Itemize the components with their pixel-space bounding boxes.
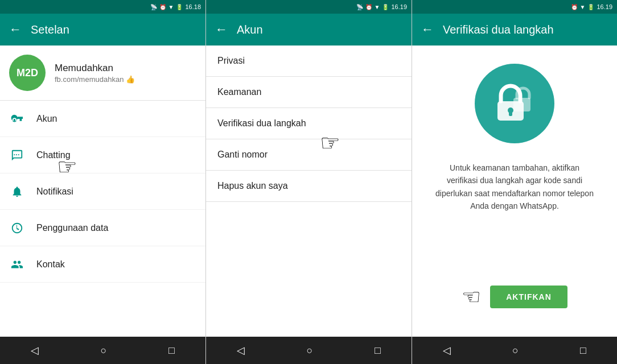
settings-label-privasi: Privasi	[217, 56, 245, 65]
toolbar-2: ← Akun	[206, 14, 412, 46]
toolbar-title-3: Verifikasi dua langkah	[443, 23, 608, 36]
alarm-icon-1: ⏰	[159, 4, 166, 10]
svg-rect-2	[509, 111, 512, 116]
menu-label-chatting: Chatting	[36, 150, 71, 160]
alarm-icon-2: ⏰	[365, 4, 372, 10]
chat-icon	[9, 149, 25, 162]
menu-label-notifikasi: Notifikasi	[36, 187, 73, 197]
wifi-icon-2: ▼	[375, 4, 380, 10]
settings-label-verifikasi: Verifikasi dua langkah	[217, 118, 306, 128]
navbar-3: ◁ ○ □	[412, 337, 617, 364]
status-icons-3: ⏰ ▼ 🔋 16.19	[571, 3, 612, 10]
menu-item-kontak[interactable]: Kontak	[0, 246, 205, 283]
wifi-icon-3: ▼	[580, 4, 586, 10]
menu-item-penggunaan-data[interactable]: Penggunaan data	[0, 210, 205, 246]
cast-icon-1: 📡	[150, 4, 157, 10]
cast-icon-2: 📡	[356, 4, 363, 10]
nav-home-2[interactable]: ○	[295, 340, 324, 361]
nav-home-1[interactable]: ○	[89, 340, 118, 361]
alarm-icon-3: ⏰	[571, 4, 578, 10]
menu-item-chatting[interactable]: Chatting	[0, 137, 205, 173]
avatar-text: M2D	[17, 67, 38, 79]
navbar-1: ◁ ○ □	[0, 337, 205, 364]
navbar-2: ◁ ○ □	[206, 337, 412, 364]
settings-item-keamanan[interactable]: Keamanan	[206, 77, 412, 108]
nav-recent-1[interactable]: □	[157, 340, 186, 361]
key-icon	[9, 113, 25, 125]
settings-list: Privasi Keamanan Verifikasi dua langkah …	[206, 46, 412, 337]
nav-back-1[interactable]: ◁	[19, 340, 50, 361]
settings-item-ganti-nomor[interactable]: Ganti nomor	[206, 139, 412, 171]
lock-icon	[492, 81, 537, 126]
battery-icon-3: 🔋	[587, 4, 594, 10]
time-3: 16.19	[597, 3, 612, 10]
contacts-icon	[9, 258, 25, 271]
cursor-hand-3: ☞	[462, 284, 481, 309]
menu-label-penggunaan-data: Penggunaan data	[36, 223, 108, 233]
back-button-3[interactable]: ←	[421, 22, 434, 37]
menu-list: Akun Chatting Notifikasi Penggunaan data…	[0, 101, 205, 337]
menu-label-akun: Akun	[36, 114, 57, 124]
settings-label-ganti-nomor: Ganti nomor	[217, 150, 268, 159]
menu-label-kontak: Kontak	[36, 259, 65, 270]
toolbar-title-2: Akun	[237, 23, 402, 36]
profile-sub: fb.com/memudahkan 👍	[55, 75, 135, 84]
activate-button[interactable]: AKTIFKAN	[490, 286, 567, 308]
description-text: Untuk keamanan tambahan, aktifkan verifi…	[435, 162, 594, 213]
menu-item-akun[interactable]: Akun	[0, 101, 205, 137]
settings-item-privasi[interactable]: Privasi	[206, 46, 412, 77]
profile-info: Memudahkan fb.com/memudahkan 👍	[55, 63, 135, 84]
nav-back-3[interactable]: ◁	[431, 340, 462, 361]
nav-home-3[interactable]: ○	[501, 340, 530, 361]
status-icons-2: 📡 ⏰ ▼ 🔋 16.19	[356, 3, 407, 10]
toolbar-1: ← Setelan	[0, 14, 205, 46]
panel3-content: Untuk keamanan tambahan, aktifkan verifi…	[412, 46, 617, 337]
toolbar-title-1: Setelan	[31, 23, 196, 36]
profile-name: Memudahkan	[55, 63, 135, 74]
back-button-1[interactable]: ←	[9, 22, 22, 37]
statusbar-3: ⏰ ▼ 🔋 16.19	[412, 0, 617, 14]
menu-item-notifikasi[interactable]: Notifikasi	[0, 173, 205, 210]
settings-item-verifikasi[interactable]: Verifikasi dua langkah	[206, 108, 412, 139]
time-1: 16.18	[185, 3, 201, 10]
lock-circle	[475, 64, 554, 143]
wifi-icon-1: ▼	[168, 4, 174, 10]
bell-icon	[9, 185, 25, 198]
profile-section: M2D Memudahkan fb.com/memudahkan 👍	[0, 46, 205, 101]
time-2: 16.19	[391, 3, 407, 10]
avatar: M2D	[9, 55, 46, 91]
battery-icon-1: 🔋	[176, 4, 183, 10]
svg-rect-3	[513, 98, 530, 111]
panel-setelan: 📡 ⏰ ▼ 🔋 16.18 ← Setelan M2D Memudahkan f…	[0, 0, 206, 364]
panel-akun: 📡 ⏰ ▼ 🔋 16.19 ← Akun Privasi Keamanan Ve…	[206, 0, 412, 364]
battery-icon-2: 🔋	[382, 4, 389, 10]
settings-label-keamanan: Keamanan	[217, 87, 261, 97]
panel-verifikasi: ⏰ ▼ 🔋 16.19 ← Verifikasi dua langkah U	[412, 0, 617, 364]
statusbar-2: 📡 ⏰ ▼ 🔋 16.19	[206, 0, 412, 14]
nav-recent-2[interactable]: □	[363, 340, 392, 361]
settings-item-hapus-akun[interactable]: Hapus akun saya	[206, 171, 412, 202]
back-button-2[interactable]: ←	[215, 22, 228, 37]
data-icon	[9, 222, 25, 234]
activate-row: ☞ AKTIFKAN	[462, 284, 567, 323]
toolbar-3: ← Verifikasi dua langkah	[412, 14, 617, 46]
nav-back-2[interactable]: ◁	[225, 340, 256, 361]
statusbar-1: 📡 ⏰ ▼ 🔋 16.18	[0, 0, 205, 14]
nav-recent-3[interactable]: □	[569, 340, 598, 361]
status-icons-1: 📡 ⏰ ▼ 🔋 16.18	[150, 3, 201, 10]
settings-label-hapus-akun: Hapus akun saya	[217, 181, 288, 191]
